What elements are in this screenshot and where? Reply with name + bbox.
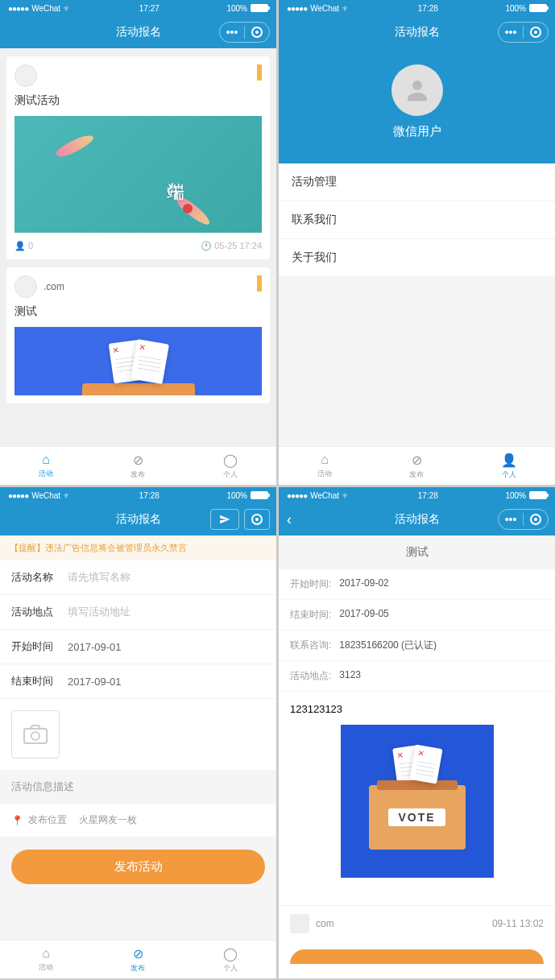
tab-activity[interactable]: ⌂活动 xyxy=(0,447,92,485)
battery-icon xyxy=(529,4,547,12)
close-icon[interactable] xyxy=(524,510,548,529)
person-icon: ◯ xyxy=(223,946,238,961)
svg-point-2 xyxy=(31,732,39,740)
status-bar: ●●●●● WeChatᯤ 17:28 100% xyxy=(279,0,555,16)
detail-body: 123123123 VOTE xyxy=(279,692,555,899)
back-button[interactable]: ‹ xyxy=(287,511,292,528)
home-icon: ⌂ xyxy=(42,946,50,961)
field-address[interactable]: 活动地点填写活动地址 xyxy=(0,595,276,630)
address-input[interactable]: 填写活动地址 xyxy=(68,605,130,619)
battery-icon xyxy=(251,4,268,12)
content-image: VOTE xyxy=(341,725,494,878)
bookmark-icon xyxy=(257,275,262,292)
clock: 17:27 xyxy=(139,4,159,13)
wifi-icon: ᯤ xyxy=(64,4,72,13)
start-date[interactable]: 2017-09-01 xyxy=(68,641,122,653)
activity-card[interactable]: 测试活动 端午 👤 0 🕐 05-25 17:24 xyxy=(6,56,270,259)
person-icon: 👤 xyxy=(14,241,28,250)
action-button[interactable] xyxy=(290,949,544,964)
battery-icon xyxy=(251,491,268,499)
tab-me[interactable]: ◯个人 xyxy=(184,941,276,978)
detail-contact: 联系咨询:18235166200 (已认证) xyxy=(279,631,555,661)
add-image-button[interactable] xyxy=(11,710,60,759)
compass-icon: ⊘ xyxy=(133,946,143,961)
close-icon[interactable] xyxy=(245,510,269,529)
screen-publish: ●●●●● WeChatᯤ 17:28 100% 活动报名 【提醒】违法广告信息… xyxy=(0,487,276,978)
tab-publish[interactable]: ⊘发布 xyxy=(92,941,184,978)
location-row[interactable]: 📍发布位置 火星网友一枚 xyxy=(0,804,276,837)
svg-rect-1 xyxy=(24,729,47,743)
field-start[interactable]: 开始时间2017-09-01 xyxy=(0,630,276,664)
end-date[interactable]: 2017-09-01 xyxy=(68,676,122,688)
status-bar: ●●●●● WeChatᯤ 17:28 100% xyxy=(279,487,555,503)
tab-publish[interactable]: ⊘发布 xyxy=(371,447,462,485)
battery-icon xyxy=(529,491,547,499)
screen-detail: ●●●●● WeChatᯤ 17:28 100% ‹ 活动报名 ••• 测试 开… xyxy=(279,487,555,978)
more-icon[interactable]: ••• xyxy=(499,23,523,42)
description-label[interactable]: 活动信息描述 xyxy=(0,770,276,804)
capsule xyxy=(244,509,270,530)
tab-me[interactable]: 👤个人 xyxy=(463,447,555,485)
battery-pct: 100% xyxy=(226,4,247,13)
warning-banner: 【提醒】违法广告信息将会被管理员永久禁言 xyxy=(0,535,276,560)
clock-icon: 🕐 xyxy=(201,241,214,250)
close-icon[interactable] xyxy=(245,23,269,42)
compass-icon: ⊘ xyxy=(133,453,143,468)
nav-title: 活动报名 xyxy=(116,512,161,527)
avatar xyxy=(290,914,309,933)
detail-address: 活动地点:3123 xyxy=(279,661,555,692)
home-icon: ⌂ xyxy=(321,453,329,467)
tab-bar: ⌂活动 ⊘发布 👤个人 xyxy=(279,446,555,485)
avatar[interactable] xyxy=(391,64,443,116)
send-button[interactable] xyxy=(210,509,239,530)
banner-image: 端午 xyxy=(14,116,262,233)
author-row: com 09-11 13:02 xyxy=(279,905,555,941)
nav-title: 活动报名 xyxy=(395,512,440,527)
card-title: 测试活动 xyxy=(14,93,262,108)
close-icon[interactable] xyxy=(524,23,548,42)
wifi-icon: ᯤ xyxy=(342,4,350,13)
person-icon: ◯ xyxy=(223,453,238,468)
card-time: 🕐 05-25 17:24 xyxy=(201,241,262,251)
username: 微信用户 xyxy=(393,124,441,139)
avatar xyxy=(14,275,37,298)
body-text: 123123123 xyxy=(290,703,544,715)
clock: 17:28 xyxy=(418,491,438,500)
capsule: ••• xyxy=(498,509,549,530)
nav-bar: ‹ 活动报名 ••• xyxy=(279,503,555,535)
person-icon: 👤 xyxy=(501,453,517,468)
image-upload xyxy=(0,699,276,770)
tab-me[interactable]: ◯个人 xyxy=(184,447,276,485)
tab-activity[interactable]: ⌂活动 xyxy=(0,941,92,978)
capsule: ••• xyxy=(219,22,270,43)
nav-title: 活动报名 xyxy=(395,25,440,39)
detail-content: 测试 开始时间:2017-09-02 结束时间:2017-09-05 联系咨询:… xyxy=(279,535,555,978)
location-value: 火星网友一枚 xyxy=(79,813,137,827)
publish-time: 09-11 13:02 xyxy=(492,918,544,929)
menu-activity-manage[interactable]: 活动管理 xyxy=(279,163,555,201)
menu-about[interactable]: 关于我们 xyxy=(279,239,555,277)
detail-start: 开始时间:2017-09-02 xyxy=(279,569,555,600)
bookmark-icon xyxy=(257,64,262,81)
status-bar: ●●●●● WeChatᯤ 17:28 100% xyxy=(0,487,276,503)
tab-activity[interactable]: ⌂活动 xyxy=(279,447,371,485)
author-name: .com xyxy=(43,281,64,292)
tab-publish[interactable]: ⊘发布 xyxy=(92,447,184,485)
more-icon[interactable]: ••• xyxy=(220,23,244,42)
field-name[interactable]: 活动名称请先填写名称 xyxy=(0,560,276,595)
author-name: com xyxy=(316,918,334,929)
activity-card[interactable]: .com 测试 xyxy=(6,267,270,403)
wifi-icon: ᯤ xyxy=(64,491,72,500)
signal-dots: ●●●●● xyxy=(8,4,28,13)
field-end[interactable]: 结束时间2017-09-01 xyxy=(0,664,276,699)
menu-contact[interactable]: 联系我们 xyxy=(279,201,555,239)
vote-label: VOTE xyxy=(388,808,445,826)
more-icon[interactable]: ••• xyxy=(499,510,523,529)
carrier: WeChat xyxy=(31,4,60,13)
tab-bar: ⌂活动 ⊘发布 ◯个人 xyxy=(0,446,276,485)
capsule: ••• xyxy=(498,22,549,43)
submit-button[interactable]: 发布活动 xyxy=(11,850,265,884)
name-input[interactable]: 请先填写名称 xyxy=(68,570,130,585)
detail-title: 测试 xyxy=(279,535,555,569)
clock: 17:28 xyxy=(418,4,438,13)
